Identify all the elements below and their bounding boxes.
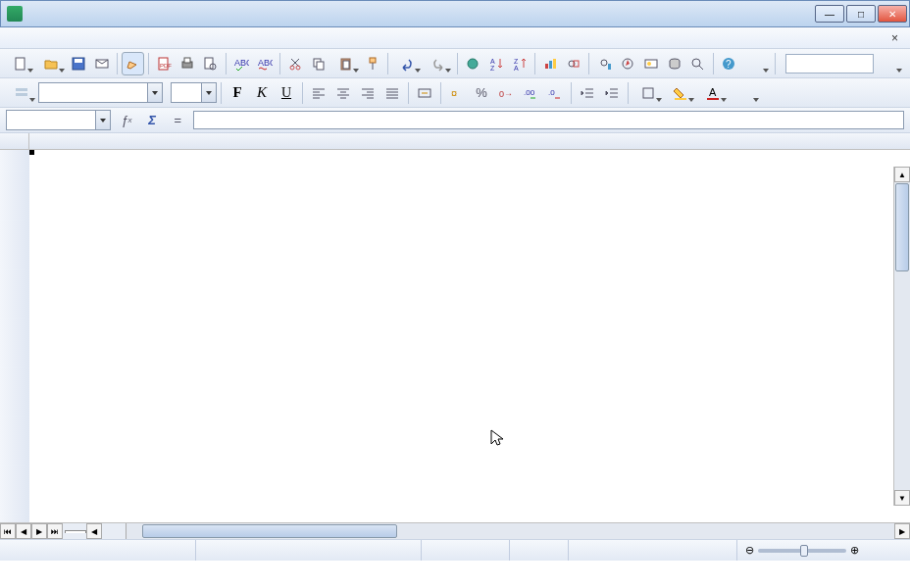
zoom-slider[interactable]	[758, 549, 846, 553]
navigator-button[interactable]	[617, 52, 639, 75]
menu-einfuegen[interactable]	[45, 36, 59, 40]
standard-toolbar: PDF ABC ABC AZ ZA ?	[0, 49, 910, 78]
zoom-in-icon[interactable]: ⊕	[850, 544, 859, 557]
zoom-button[interactable]	[686, 52, 709, 75]
merge-cells-button[interactable]	[413, 81, 436, 105]
bold-button[interactable]: F	[226, 81, 249, 105]
maximize-button[interactable]: □	[846, 5, 876, 23]
remove-decimal-button[interactable]: .0	[543, 81, 567, 105]
doc-close-icon[interactable]: ×	[884, 31, 906, 45]
bgcolor-button[interactable]	[665, 81, 696, 105]
align-right-button[interactable]	[356, 81, 379, 105]
menu-format[interactable]	[59, 36, 73, 40]
find-replace-button[interactable]	[593, 52, 616, 75]
toolbar2-options-button[interactable]	[730, 81, 761, 105]
font-name-input[interactable]	[39, 83, 147, 102]
gallery-button[interactable]	[640, 52, 663, 75]
svg-rect-0	[16, 58, 25, 70]
open-button[interactable]	[36, 52, 66, 75]
menu-datei[interactable]	[4, 36, 18, 40]
fontcolor-button[interactable]: A	[697, 81, 729, 105]
align-left-button[interactable]	[307, 81, 330, 105]
zoom-out-icon[interactable]: ⊖	[745, 544, 754, 557]
align-justify-button[interactable]	[380, 81, 404, 105]
sort-desc-button[interactable]: ZA	[508, 52, 531, 75]
zoom-control[interactable]: ⊖ ⊕	[737, 544, 910, 557]
redo-button[interactable]	[424, 52, 453, 75]
export-pdf-button[interactable]: PDF	[153, 52, 176, 75]
status-sum[interactable]	[569, 540, 737, 561]
sheet-tab[interactable]	[65, 530, 86, 533]
print-button[interactable]	[176, 52, 198, 75]
vertical-scrollbar[interactable]: ▲ ▼	[893, 167, 910, 506]
menu-hilfe[interactable]	[114, 36, 127, 40]
italic-button[interactable]: K	[250, 81, 274, 105]
status-style[interactable]	[196, 540, 422, 561]
auto-spellcheck-button[interactable]: ABC	[253, 52, 276, 75]
new-document-button[interactable]	[6, 52, 35, 75]
increase-indent-button[interactable]	[600, 81, 624, 105]
scroll-left-button[interactable]: ◀	[86, 523, 102, 539]
scroll-down-button[interactable]: ▼	[894, 490, 910, 506]
tab-prev-button[interactable]: ◀	[16, 523, 31, 539]
svg-text:ABC: ABC	[258, 58, 273, 68]
sort-asc-button[interactable]: AZ	[485, 52, 508, 75]
align-center-button[interactable]	[331, 81, 355, 105]
save-button[interactable]	[68, 52, 90, 75]
number-format-button[interactable]: 0→	[494, 81, 518, 105]
font-name-combo[interactable]	[38, 82, 163, 103]
undo-button[interactable]	[392, 52, 422, 75]
close-button[interactable]: ✕	[878, 5, 907, 23]
tab-first-button[interactable]: ⏮	[0, 523, 16, 539]
hyperlink-button[interactable]	[462, 52, 484, 75]
search-input[interactable]	[785, 54, 874, 74]
scroll-right-button[interactable]: ▶	[894, 523, 910, 539]
add-decimal-button[interactable]: .00	[519, 81, 542, 105]
spellcheck-button[interactable]: ABC	[230, 52, 253, 75]
name-box-input[interactable]	[7, 111, 95, 129]
sum-button[interactable]: Σ	[142, 111, 162, 130]
function-button[interactable]: =	[168, 111, 187, 130]
status-sheet	[0, 540, 196, 561]
menu-fenster[interactable]	[100, 36, 114, 40]
styles-button[interactable]	[6, 81, 37, 105]
cell-grid[interactable]	[29, 150, 910, 522]
currency-button[interactable]: ¤	[445, 81, 469, 105]
show-draw-functions-button[interactable]	[563, 52, 585, 75]
print-preview-button[interactable]	[199, 52, 222, 75]
menu-daten[interactable]	[86, 36, 100, 40]
tab-last-button[interactable]: ⏭	[47, 523, 63, 539]
copy-button[interactable]	[308, 52, 330, 75]
select-all-corner[interactable]	[0, 133, 29, 149]
menu-ansicht[interactable]	[31, 36, 45, 40]
menu-bearbeiten[interactable]	[18, 36, 31, 40]
function-wizard-button[interactable]: ƒx	[117, 111, 136, 130]
format-paintbrush-button[interactable]	[362, 52, 384, 75]
search-options-button[interactable]	[875, 52, 904, 75]
horizontal-scrollbar[interactable]	[126, 523, 894, 539]
decrease-indent-button[interactable]	[576, 81, 599, 105]
font-size-combo[interactable]	[171, 82, 217, 103]
status-mode[interactable]	[422, 540, 510, 561]
datasources-button[interactable]	[663, 52, 685, 75]
help-button[interactable]: ?	[718, 52, 740, 75]
underline-button[interactable]: U	[275, 81, 298, 105]
mail-button[interactable]	[90, 52, 113, 75]
hscroll-thumb[interactable]	[142, 524, 397, 538]
cut-button[interactable]	[284, 52, 307, 75]
font-size-input[interactable]	[172, 83, 201, 102]
paste-button[interactable]	[330, 52, 360, 75]
formula-input[interactable]	[193, 111, 904, 129]
borders-button[interactable]	[632, 81, 664, 105]
scroll-up-button[interactable]: ▲	[894, 167, 910, 182]
svg-rect-46	[675, 98, 686, 100]
edit-button[interactable]	[122, 52, 144, 75]
vscroll-thumb[interactable]	[895, 183, 909, 271]
name-box[interactable]	[6, 110, 111, 130]
minimize-button[interactable]: —	[815, 5, 844, 23]
tab-next-button[interactable]: ▶	[31, 523, 47, 539]
menu-extras[interactable]	[73, 36, 86, 40]
chart-button[interactable]	[539, 52, 562, 75]
toolbar-options-button[interactable]	[741, 52, 771, 75]
percent-button[interactable]: %	[470, 81, 493, 105]
